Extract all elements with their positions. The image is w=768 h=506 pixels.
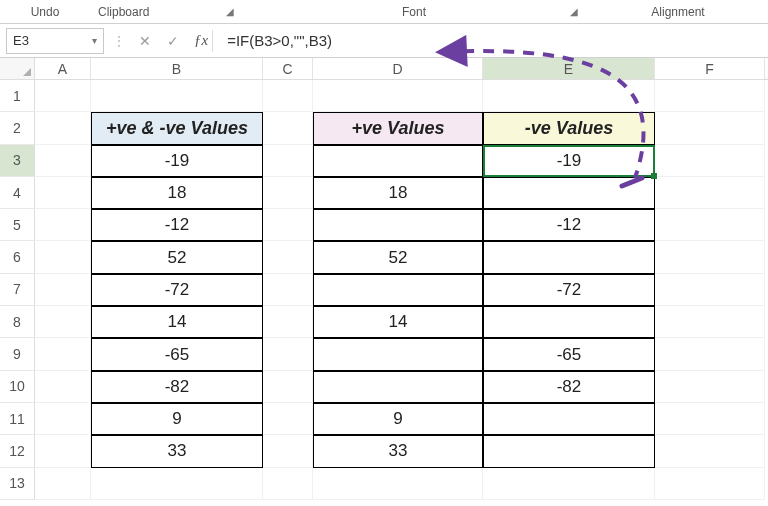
cell-C3[interactable] [263,145,313,177]
cell-E10[interactable]: -82 [483,371,655,403]
row-header-10[interactable]: 10 [0,371,35,403]
cell-C1[interactable] [263,80,313,112]
cell-D4[interactable]: 18 [313,177,483,209]
cell-B9[interactable]: -65 [91,338,263,370]
dialog-launcher-icon[interactable]: ◢ [570,6,584,17]
cell-E4[interactable] [483,177,655,209]
cell-D6[interactable]: 52 [313,241,483,273]
cell-B5[interactable]: -12 [91,209,263,241]
fx-icon[interactable]: ƒx [190,30,213,52]
row-header-5[interactable]: 5 [0,209,35,241]
cell-D1[interactable] [313,80,483,112]
cell-B2[interactable]: +ve & -ve Values [91,112,263,144]
formula-input[interactable] [219,28,762,54]
cell-A7[interactable] [35,274,91,306]
cell-D9[interactable] [313,338,483,370]
cell-E12[interactable] [483,435,655,467]
cell-B10[interactable]: -82 [91,371,263,403]
cell-B13[interactable] [91,468,263,500]
cell-D8[interactable]: 14 [313,306,483,338]
cell-A2[interactable] [35,112,91,144]
accept-formula-button[interactable]: ✓ [162,30,184,52]
row-header-12[interactable]: 12 [0,435,35,467]
cell-B7[interactable]: -72 [91,274,263,306]
cell-F10[interactable] [655,371,765,403]
row-header-11[interactable]: 11 [0,403,35,435]
cell-B4[interactable]: 18 [91,177,263,209]
cell-B1[interactable] [91,80,263,112]
cell-D10[interactable] [313,371,483,403]
cell-A1[interactable] [35,80,91,112]
col-header-A[interactable]: A [35,58,91,79]
cell-A12[interactable] [35,435,91,467]
cell-D3[interactable] [313,145,483,177]
cell-C5[interactable] [263,209,313,241]
row-header-9[interactable]: 9 [0,338,35,370]
cell-F7[interactable] [655,274,765,306]
row-header-13[interactable]: 13 [0,468,35,500]
row-header-4[interactable]: 4 [0,177,35,209]
cell-C6[interactable] [263,241,313,273]
cell-E7[interactable]: -72 [483,274,655,306]
cell-F6[interactable] [655,241,765,273]
cell-F2[interactable] [655,112,765,144]
cell-A10[interactable] [35,371,91,403]
cell-F12[interactable] [655,435,765,467]
cell-A13[interactable] [35,468,91,500]
cell-F3[interactable] [655,145,765,177]
cell-C13[interactable] [263,468,313,500]
cell-C4[interactable] [263,177,313,209]
cell-A6[interactable] [35,241,91,273]
cell-E9[interactable]: -65 [483,338,655,370]
cell-E13[interactable] [483,468,655,500]
cell-D2[interactable]: +ve Values [313,112,483,144]
name-box[interactable]: E3 ▾ [6,28,104,54]
cell-A8[interactable] [35,306,91,338]
cell-C10[interactable] [263,371,313,403]
cell-A5[interactable] [35,209,91,241]
cell-E3[interactable]: -19 [483,145,655,177]
cell-A9[interactable] [35,338,91,370]
cell-F8[interactable] [655,306,765,338]
cell-F11[interactable] [655,403,765,435]
cell-B11[interactable]: 9 [91,403,263,435]
cell-F5[interactable] [655,209,765,241]
col-header-E[interactable]: E [483,58,655,79]
cell-E2[interactable]: -ve Values [483,112,655,144]
cell-F1[interactable] [655,80,765,112]
cell-F9[interactable] [655,338,765,370]
cell-B3[interactable]: -19 [91,145,263,177]
row-header-1[interactable]: 1 [0,80,35,112]
cell-D12[interactable]: 33 [313,435,483,467]
cell-B6[interactable]: 52 [91,241,263,273]
cell-E8[interactable] [483,306,655,338]
cell-F13[interactable] [655,468,765,500]
clipboard-launcher[interactable]: ◢ [210,0,240,23]
cell-E5[interactable]: -12 [483,209,655,241]
col-header-D[interactable]: D [313,58,483,79]
cell-D7[interactable] [313,274,483,306]
cell-E1[interactable] [483,80,655,112]
row-header-6[interactable]: 6 [0,241,35,273]
col-header-B[interactable]: B [91,58,263,79]
cell-C9[interactable] [263,338,313,370]
cell-B12[interactable]: 33 [91,435,263,467]
cell-C7[interactable] [263,274,313,306]
cell-A3[interactable] [35,145,91,177]
cell-D5[interactable] [313,209,483,241]
select-all-corner[interactable] [0,58,35,79]
cell-A11[interactable] [35,403,91,435]
row-header-7[interactable]: 7 [0,274,35,306]
row-header-8[interactable]: 8 [0,306,35,338]
cell-D13[interactable] [313,468,483,500]
col-header-C[interactable]: C [263,58,313,79]
cell-C11[interactable] [263,403,313,435]
cell-E6[interactable] [483,241,655,273]
cell-C12[interactable] [263,435,313,467]
col-header-F[interactable]: F [655,58,765,79]
cell-E11[interactable] [483,403,655,435]
cell-B8[interactable]: 14 [91,306,263,338]
cell-C2[interactable] [263,112,313,144]
cancel-formula-button[interactable]: ✕ [134,30,156,52]
cell-D11[interactable]: 9 [313,403,483,435]
